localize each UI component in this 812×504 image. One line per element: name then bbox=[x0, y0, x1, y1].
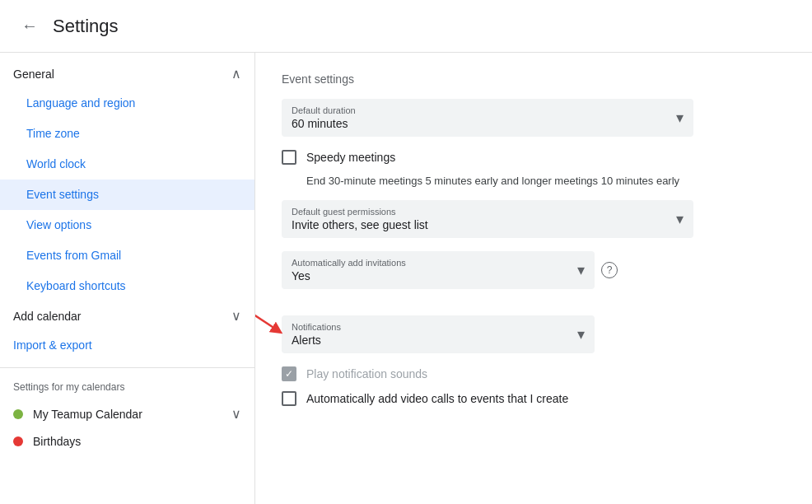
auto-add-invitations-value: Yes bbox=[292, 269, 406, 282]
sidebar-item-timezone[interactable]: Time zone bbox=[0, 119, 254, 149]
speedy-meetings-checkbox[interactable] bbox=[282, 150, 296, 165]
sidebar: General ∧ Language and region Time zone … bbox=[0, 53, 255, 504]
default-guest-permissions-label: Default guest permissions bbox=[292, 207, 428, 217]
notifications-dropdown[interactable]: Notifications Alerts ▾ bbox=[282, 315, 595, 353]
auto-add-invitations-arrow-icon: ▾ bbox=[577, 261, 585, 279]
header: ← Settings bbox=[0, 0, 812, 53]
main-layout: General ∧ Language and region Time zone … bbox=[0, 53, 812, 504]
event-settings-title: Event settings bbox=[282, 72, 786, 86]
default-duration-label: Default duration bbox=[292, 105, 356, 115]
sidebar-item-worldclock[interactable]: World clock bbox=[0, 149, 254, 180]
notifications-value: Alerts bbox=[292, 334, 341, 347]
sidebar-item-viewoptions[interactable]: View options bbox=[0, 210, 254, 240]
auto-add-invitations-row: Automatically add invitations Yes ▾ ? bbox=[282, 251, 786, 289]
settings-for-calendars-label: Settings for my calendars bbox=[0, 375, 254, 399]
sidebar-add-calendar-section[interactable]: Add calendar ∨ bbox=[0, 301, 254, 330]
auto-add-invitations-dropdown[interactable]: Automatically add invitations Yes ▾ bbox=[282, 251, 595, 289]
calendar-item-myteamup[interactable]: My Teamup Calendar ∨ bbox=[0, 399, 254, 428]
default-duration-value: 60 minutes bbox=[292, 117, 356, 130]
sidebar-item-importexport[interactable]: Import & export bbox=[0, 330, 254, 361]
play-notification-sounds-row: Play notification sounds bbox=[282, 366, 786, 381]
default-duration-arrow-icon: ▾ bbox=[676, 109, 684, 127]
sidebar-item-eventsgmail[interactable]: Events from Gmail bbox=[0, 240, 254, 271]
calendar-dot-birthdays bbox=[13, 436, 23, 446]
calendar-name-myteamup: My Teamup Calendar bbox=[33, 408, 231, 421]
sidebar-item-keyboardshortcuts[interactable]: Keyboard shortcuts bbox=[0, 271, 254, 301]
sidebar-item-language[interactable]: Language and region bbox=[0, 88, 254, 119]
calendar-chevron-myteamup-icon: ∨ bbox=[231, 406, 241, 422]
sidebar-divider bbox=[0, 367, 254, 368]
add-calendar-label: Add calendar bbox=[13, 310, 82, 323]
general-chevron-icon: ∧ bbox=[231, 66, 241, 82]
default-guest-permissions-value: Invite others, see guest list bbox=[292, 218, 428, 231]
notifications-wrapper: Notifications Alerts ▾ bbox=[282, 315, 595, 353]
speedy-meetings-row: Speedy meetings bbox=[282, 150, 786, 165]
sidebar-general-label: General bbox=[13, 68, 54, 81]
calendar-name-birthdays: Birthdays bbox=[33, 435, 241, 448]
auto-add-video-calls-label: Automatically add video calls to events … bbox=[306, 392, 568, 405]
auto-add-video-calls-row: Automatically add video calls to events … bbox=[282, 391, 786, 406]
add-calendar-chevron-icon: ∨ bbox=[231, 308, 241, 324]
play-notification-sounds-checkbox[interactable] bbox=[282, 366, 296, 381]
help-icon[interactable]: ? bbox=[601, 262, 618, 278]
default-guest-permissions-dropdown[interactable]: Default guest permissions Invite others,… bbox=[282, 200, 693, 238]
play-notification-sounds-label: Play notification sounds bbox=[306, 367, 427, 380]
calendar-dot-myteamup bbox=[13, 409, 23, 419]
default-duration-dropdown[interactable]: Default duration 60 minutes ▾ bbox=[282, 99, 693, 137]
back-button[interactable]: ← bbox=[13, 10, 46, 43]
sidebar-general-section[interactable]: General ∧ bbox=[0, 59, 254, 88]
back-icon: ← bbox=[21, 16, 38, 35]
notifications-arrow-icon: ▾ bbox=[577, 325, 585, 343]
page-title: Settings bbox=[53, 16, 119, 37]
notifications-label: Notifications bbox=[292, 322, 341, 332]
speedy-meetings-helper: End 30-minute meetings 5 minutes early a… bbox=[282, 175, 786, 187]
default-guest-permissions-arrow-icon: ▾ bbox=[676, 210, 684, 228]
svg-line-3 bbox=[255, 295, 278, 330]
content-area: Event settings Default duration 60 minut… bbox=[255, 53, 812, 504]
auto-add-video-calls-checkbox[interactable] bbox=[282, 391, 296, 406]
calendar-item-birthdays[interactable]: Birthdays bbox=[0, 428, 254, 455]
sidebar-item-eventsettings[interactable]: Event settings bbox=[0, 180, 254, 210]
auto-add-invitations-label: Automatically add invitations bbox=[292, 258, 406, 268]
speedy-meetings-label: Speedy meetings bbox=[306, 151, 395, 164]
